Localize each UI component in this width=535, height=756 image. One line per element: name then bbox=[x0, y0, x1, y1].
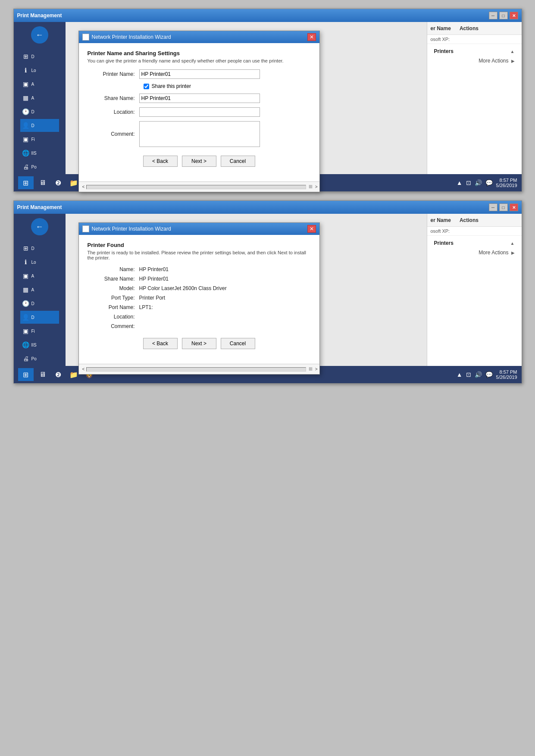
sidebar-item-po[interactable]: 🖨 Po bbox=[20, 160, 59, 173]
printers-section-1[interactable]: Printers ▲ bbox=[432, 47, 517, 56]
scroll-right-arrow-1[interactable]: > bbox=[315, 184, 318, 189]
systray-arrow-2[interactable]: ▲ bbox=[457, 371, 463, 378]
outer-body-1: ← ⊞ D ℹ Lo ▣ A ▦ A 🕐 D 👤 bbox=[14, 22, 522, 174]
name-value: HP Printer01 bbox=[139, 266, 169, 272]
wizard-area-1: 🖨 Network Printer Installation Wizard ✕ … bbox=[66, 22, 427, 174]
cancel-btn-2[interactable]: Cancel bbox=[221, 338, 255, 349]
wizard-dialog-1: 🖨 Network Printer Installation Wizard ✕ … bbox=[78, 31, 320, 192]
wizard-section-desc-2: The printer is ready to be installed. Pl… bbox=[88, 250, 311, 260]
sidebar-item-d3-2[interactable]: 👤 D bbox=[20, 311, 59, 324]
scroll-track-2[interactable] bbox=[86, 367, 306, 372]
printers-label-1: Printers bbox=[434, 48, 454, 54]
printer-icon-2: 🖨 bbox=[22, 355, 30, 362]
sidebar-label-d2: D bbox=[31, 109, 34, 114]
close-btn-2[interactable]: ✕ bbox=[510, 203, 518, 211]
wizard-titlebar-2: 🖨 Network Printer Installation Wizard ✕ bbox=[79, 223, 319, 235]
systray-vol-1: 🔊 bbox=[475, 179, 482, 186]
start-btn-2[interactable]: ⊞ bbox=[18, 368, 34, 381]
outer-window-1: Print Management ─ □ ✕ ← ⊞ D ℹ Lo ▣ A ▦ bbox=[13, 9, 522, 192]
comment-textarea[interactable] bbox=[139, 121, 260, 147]
printer-name-input[interactable] bbox=[139, 69, 260, 79]
sidebar-item-po-2[interactable]: 🖨 Po bbox=[20, 352, 59, 365]
sidebar-item-iis-2[interactable]: 🌐 IIS bbox=[20, 338, 59, 351]
maximize-btn-2[interactable]: □ bbox=[499, 203, 508, 211]
more-actions-2[interactable]: More Actions ▶ bbox=[432, 248, 517, 257]
port-type-label: Port Type: bbox=[88, 295, 139, 301]
date-display-2: 5/26/2019 bbox=[496, 375, 517, 380]
right-panel-actions-2: Printers ▲ More Actions ▶ bbox=[427, 236, 522, 260]
actions-header-2: Actions bbox=[460, 217, 479, 223]
next-btn-1[interactable]: Next > bbox=[182, 156, 216, 167]
back-nav-2[interactable]: ← bbox=[31, 218, 48, 235]
outer-titlebar-2: Print Management ─ □ ✕ bbox=[14, 201, 522, 214]
more-actions-label-2: More Actions bbox=[479, 250, 508, 256]
next-btn-2[interactable]: Next > bbox=[182, 338, 216, 349]
sidebar-item-a2[interactable]: ▦ A bbox=[20, 91, 59, 104]
sidebar-item-d[interactable]: ⊞ D bbox=[20, 50, 59, 63]
sidebar-item-d-2[interactable]: ⊞ D bbox=[20, 242, 59, 255]
back-btn-1[interactable]: < Back bbox=[143, 156, 178, 167]
sidebar-item-lo[interactable]: ℹ Lo bbox=[20, 64, 59, 77]
share-name-info-label: Share Name: bbox=[88, 276, 139, 282]
sidebar-item-a2-2[interactable]: ▦ A bbox=[20, 283, 59, 296]
sidebar-item-a1-2[interactable]: ▣ A bbox=[20, 269, 59, 282]
user-icon-2: 👤 bbox=[22, 313, 30, 321]
share-checkbox-label: Share this printer bbox=[152, 83, 191, 89]
scroll-track-1[interactable] bbox=[86, 185, 306, 189]
share-name-input[interactable] bbox=[139, 94, 260, 103]
minimize-btn-1[interactable]: ─ bbox=[489, 12, 497, 19]
sidebar-label-iis: IIS bbox=[31, 151, 37, 156]
taskbar-icon-2-1[interactable]: 🖥 bbox=[36, 368, 49, 381]
back-nav-1[interactable]: ← bbox=[31, 26, 48, 44]
sidebar-item-a1[interactable]: ▣ A bbox=[20, 78, 59, 91]
share-checkbox-row: Share this printer bbox=[144, 83, 311, 89]
systray-msg-2: 💬 bbox=[485, 371, 493, 378]
wizard-close-btn-1[interactable]: ✕ bbox=[307, 33, 316, 41]
port-type-value: Printer Port bbox=[139, 295, 166, 301]
more-actions-chevron-1: ▶ bbox=[511, 59, 515, 63]
model-label: Model: bbox=[88, 285, 139, 291]
sidebar-item-iis[interactable]: 🌐 IIS bbox=[20, 147, 59, 159]
more-actions-1[interactable]: More Actions ▶ bbox=[432, 56, 517, 66]
sidebar-item-d2-2[interactable]: 🕐 D bbox=[20, 297, 59, 310]
cancel-btn-1[interactable]: Cancel bbox=[221, 156, 255, 167]
systray-arrow-1[interactable]: ▲ bbox=[457, 179, 463, 186]
sidebar-item-d3[interactable]: 👤 D bbox=[20, 119, 59, 132]
sidebar-item-d2[interactable]: 🕐 D bbox=[20, 105, 59, 118]
scroll-left-arrow-1[interactable]: < bbox=[81, 184, 87, 189]
maximize-btn-1[interactable]: □ bbox=[499, 12, 508, 19]
scroll-left-arrow-2[interactable]: < bbox=[81, 367, 87, 372]
outer-title-2: Print Management bbox=[17, 204, 62, 210]
sidebar-label-a2-2: A bbox=[31, 287, 34, 292]
printers-label-2: Printers bbox=[434, 240, 454, 246]
location-input[interactable] bbox=[139, 107, 260, 117]
sidebar-label-lo: Lo bbox=[31, 68, 36, 73]
clock-icon-2: 🕐 bbox=[22, 300, 30, 307]
date-display-1: 5/26/2019 bbox=[496, 183, 517, 188]
share-checkbox[interactable] bbox=[144, 84, 149, 89]
sidebar-item-lo-2[interactable]: ℹ Lo bbox=[20, 256, 59, 269]
sidebar-item-fi-2[interactable]: ▣ Fi bbox=[20, 325, 59, 337]
wizard-body-2: Printer Found The printer is ready to be… bbox=[79, 235, 319, 360]
taskbar-icon-2[interactable]: ❷ bbox=[52, 176, 65, 189]
start-btn-1[interactable]: ⊞ bbox=[18, 176, 34, 189]
scroll-right-arrow-2[interactable]: > bbox=[315, 367, 318, 372]
right-panel-header-1: er Name Actions bbox=[427, 22, 522, 35]
comment-label: Comment: bbox=[88, 131, 139, 137]
user-icon: 👤 bbox=[22, 122, 30, 129]
wizard-titlebar-left-2: 🖨 Network Printer Installation Wizard bbox=[82, 225, 171, 232]
taskbar-icon-2-2[interactable]: ❷ bbox=[52, 368, 65, 381]
printers-section-2[interactable]: Printers ▲ bbox=[432, 238, 517, 248]
sidebar-label-a1-2: A bbox=[31, 274, 34, 278]
grid-icon-2: ⊞ bbox=[22, 244, 30, 252]
close-btn-1[interactable]: ✕ bbox=[510, 12, 518, 19]
info-icon: ℹ bbox=[22, 66, 30, 74]
taskbar-icon-1[interactable]: 🖥 bbox=[36, 176, 49, 189]
model-value: HP Color LaserJet 2600n Class Driver bbox=[139, 285, 227, 291]
minimize-btn-2[interactable]: ─ bbox=[489, 203, 497, 211]
sidebar-item-fi[interactable]: ▣ Fi bbox=[20, 133, 59, 146]
wizard-header-2: Printer Found The printer is ready to be… bbox=[88, 242, 311, 260]
wizard-close-btn-2[interactable]: ✕ bbox=[307, 225, 316, 233]
back-btn-2[interactable]: < Back bbox=[143, 338, 178, 349]
sidebar-label-a2: A bbox=[31, 96, 34, 100]
